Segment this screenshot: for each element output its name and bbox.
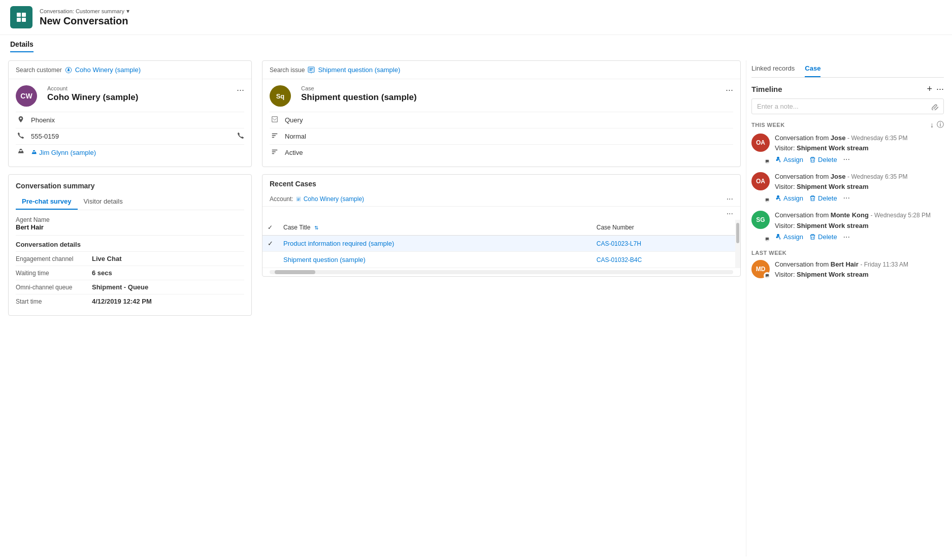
recent-more-button[interactable]: ··· (727, 195, 733, 203)
tl-item-more-1[interactable]: ··· (843, 193, 850, 203)
subtitle-text: Conversation: Customer summary (40, 8, 124, 14)
scrollbar-thumb (275, 270, 315, 274)
detail-key-1: Waiting time (16, 270, 92, 277)
tl-visitor-0: Visitor: Shipment Work stream (775, 144, 944, 152)
call-icon[interactable] (237, 132, 244, 141)
week-actions: ↓ ⓘ (930, 120, 944, 129)
tl-content-last-0: Conversation from Bert Hair - Friday 11:… (775, 260, 944, 278)
search-issue-label: Search issue (270, 67, 305, 74)
recent-cases-title: Recent Cases (270, 180, 316, 188)
info-button[interactable]: ⓘ (937, 120, 944, 129)
customer-name: Coho Winery (sample) (47, 92, 237, 103)
location-icon (16, 116, 26, 124)
tab-linked-records[interactable]: Linked records (751, 64, 795, 77)
detail-key-2: Omni-channel queue (16, 284, 92, 291)
middle-column: Search issue Shipment question (sample) … (257, 60, 746, 556)
chat-badge-icon-0 (765, 159, 769, 163)
chevron-down-icon[interactable]: ▾ (126, 8, 129, 15)
detail-val-3: 4/12/2019 12:42 PM (92, 298, 244, 305)
header-text: Conversation: Customer summary ▾ New Con… (40, 8, 129, 27)
tab-details[interactable]: Details (10, 40, 34, 52)
conversation-summary-card: Conversation summary Pre-chat survey Vis… (8, 174, 252, 316)
conv-details-title: Conversation details (16, 241, 244, 248)
customer-info: CW Account Coho Winery (sample) ··· Phoe… (9, 79, 251, 167)
contact-link[interactable]: Jim Glynn (sample) (31, 149, 244, 156)
recent-account-row: Account: Coho Winery (sample) ··· (262, 192, 740, 207)
table-row[interactable]: ✓ Product information required (sample) … (262, 236, 735, 252)
status-icon (270, 148, 280, 157)
tl-btns-2: Assign Delete ··· (775, 233, 944, 242)
customer-name-block: Account Coho Winery (sample) (47, 85, 237, 103)
agent-name-label: Agent Name (16, 216, 244, 223)
assign-button-2[interactable]: Assign (775, 233, 803, 241)
timeline-items-last-week: MD Conversation from Bert Hair - Friday … (751, 260, 944, 278)
row-case-title-2[interactable]: Shipment question (sample) (278, 252, 592, 268)
detail-key-0: Engagement channel (16, 255, 92, 262)
tl-time-0: - Wednesday 6:35 PM (847, 135, 908, 142)
delete-button-1[interactable]: Delete (809, 194, 837, 202)
row-case-title[interactable]: Product information required (sample) (278, 236, 592, 252)
right-panel: Linked records Case Timeline + ··· Enter… (746, 60, 944, 556)
case-title-header[interactable]: Case Title ⇅ (278, 220, 592, 236)
divider (16, 235, 244, 236)
assign-button-0[interactable]: Assign (775, 156, 803, 163)
customer-more-button[interactable]: ··· (237, 85, 244, 94)
recent-account-link[interactable]: Coho Winery (sample) (304, 195, 364, 203)
customer-link[interactable]: Coho Winery (sample) (75, 66, 141, 74)
recent-table-more-button[interactable]: ··· (727, 210, 733, 218)
assign-icon-0 (775, 156, 781, 163)
row-check: ✓ (262, 236, 278, 252)
timeline-more-button[interactable]: ··· (936, 84, 944, 94)
assign-button-1[interactable]: Assign (775, 194, 803, 202)
query-icon (270, 116, 280, 124)
case-link[interactable]: Shipment question (sample) (318, 66, 400, 74)
chat-badge-icon-last-0 (765, 274, 769, 278)
delete-icon-1 (809, 195, 816, 202)
case-card: Search issue Shipment question (sample) … (262, 60, 741, 167)
sort-down-button[interactable]: ↓ (930, 120, 934, 129)
tl-content-1: Conversation from Jose - Wednesday 6:35 … (775, 172, 944, 203)
conversation-summary-tabs: Pre-chat survey Visitor details (16, 195, 244, 210)
conversation-summary-title: Conversation summary (16, 182, 244, 190)
last-week-label: LAST WEEK (751, 250, 944, 256)
tl-item-more-0[interactable]: ··· (843, 155, 850, 164)
assign-icon-2 (775, 234, 781, 240)
tl-from-last-0: Conversation from Bert Hair - Friday 11:… (775, 260, 944, 269)
tab-case[interactable]: Case (805, 64, 820, 77)
tab-pre-chat[interactable]: Pre-chat survey (16, 195, 78, 210)
timeline-add-button[interactable]: + (927, 84, 932, 94)
horizontal-scrollbar[interactable] (270, 270, 733, 274)
case-number-header[interactable]: Case Number (592, 220, 735, 236)
page-title: New Conversation (40, 15, 129, 27)
tl-visitor-last-0: Visitor: Shipment Work stream (775, 271, 944, 278)
tl-item-more-2[interactable]: ··· (843, 233, 850, 242)
case-type: Case (301, 85, 726, 91)
chat-badge-icon-2 (765, 237, 769, 241)
timeline-header: Timeline + ··· (751, 84, 944, 94)
detail-row-0: Engagement channel Live Chat (16, 251, 244, 266)
case-more-button[interactable]: ··· (726, 85, 733, 94)
svg-rect-0 (17, 13, 21, 17)
case-header: Sq Case Shipment question (sample) ··· (270, 85, 733, 107)
recent-cases-header: Recent Cases (262, 175, 740, 192)
tl-time-2: - Wednesday 5:28 PM (871, 212, 931, 219)
case-status: Active (285, 149, 733, 156)
contact-icon (16, 148, 26, 157)
delete-button-0[interactable]: Delete (809, 156, 837, 163)
detail-val-1: 6 secs (92, 269, 244, 277)
avatar-2: SG (751, 211, 770, 229)
this-week-label: THIS WEEK ↓ ⓘ (751, 120, 944, 129)
account-icon (296, 196, 302, 202)
tabs-area: Details (0, 35, 952, 52)
table-row[interactable]: Shipment question (sample) CAS-01032-B4C (262, 252, 735, 268)
timeline-item-1: OA Conversation from Jose - Wednesday 6:… (751, 172, 944, 203)
delete-icon-2 (809, 234, 816, 240)
left-column: Search customer Coho Winery (sample) CW … (8, 60, 257, 556)
timeline-title: Timeline (751, 85, 782, 93)
note-input-area[interactable]: Enter a note... (751, 98, 944, 114)
tab-visitor-details[interactable]: Visitor details (78, 195, 129, 210)
tl-visitor-1: Visitor: Shipment Work stream (775, 183, 944, 190)
detail-val-0: Live Chat (92, 255, 244, 262)
detail-key-3: Start time (16, 298, 92, 305)
delete-button-2[interactable]: Delete (809, 233, 837, 241)
